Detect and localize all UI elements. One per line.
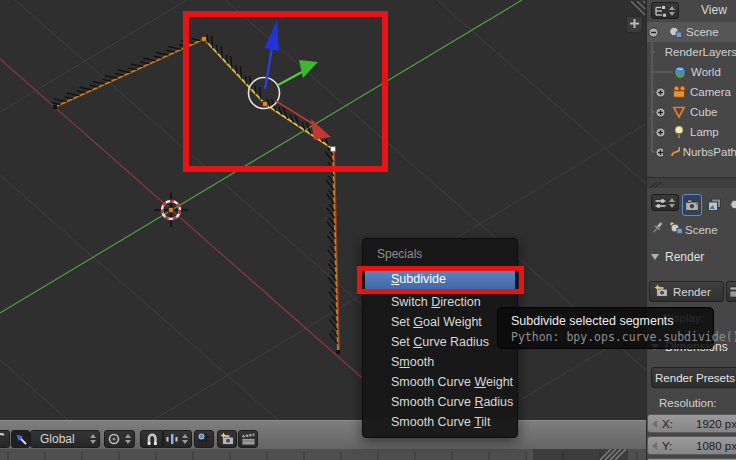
clapperboard-icon [729,285,736,299]
snap-toggle-button[interactable] [140,430,163,448]
corner-resize-grip[interactable] [631,1,645,15]
translate-manipulator-button[interactable] [11,430,30,448]
label-accel: G [413,315,423,329]
expand-icon [655,127,666,138]
rotate-manipulator-icon [0,432,6,446]
outliner-item-renderlayers[interactable]: RenderLayers [647,42,736,62]
scene-icon [668,25,683,39]
menu-item-switch-direction[interactable]: Switch Direction [363,292,517,312]
pin-icon[interactable] [651,221,664,234]
label-pre: Set [391,335,413,349]
annotation-rect-viewport [183,11,388,172]
outliner-item-scene[interactable]: Scene [647,22,736,42]
corner-resize-grip[interactable] [598,449,628,460]
outliner-item-camera[interactable]: Camera [647,82,736,102]
snap-target-button[interactable] [194,430,214,448]
label-accel: C [413,335,422,349]
field-value: 1080 px [696,440,736,452]
render-camera-icon [654,284,669,299]
menu-item-smooth[interactable]: Smooth [363,352,517,372]
field-value: 1920 px [696,418,736,430]
scene-tab-icon [729,198,736,212]
tab-scene[interactable] [726,194,736,216]
label-accel: D [431,295,440,309]
world-icon [673,65,688,79]
outliner-item-nurbspath[interactable]: NurbsPath [647,142,736,162]
render-animation-button[interactable] [726,281,736,302]
pivot-center-icon [107,432,121,446]
resolution-x-field[interactable]: X: 1920 px [647,414,736,433]
tooltip-python: Python: bpy.ops.curve.subdivide() [498,330,713,344]
render-tab-camera-icon [684,198,700,212]
tab-render[interactable] [682,194,702,216]
collapse-icon [648,27,659,38]
label-accel: W [474,375,486,389]
label-accel: m [399,355,409,369]
outliner-item-world[interactable]: World [647,62,736,82]
magnet-icon [145,432,159,446]
scene-breadcrumb-icon [668,220,684,235]
blender-window: Global [0,0,736,460]
outliner-item-lamp[interactable]: Lamp [647,122,736,142]
viewport-header: Global [0,420,646,450]
outliner-item-label: NurbsPath [683,146,736,158]
label-pre: Smooth Curve [391,375,474,389]
panel-collapse-triangle-icon [651,254,659,260]
resolution-y-field[interactable]: Y: 1080 px [647,436,736,455]
expand-icon [655,107,666,118]
plus-icon [630,19,639,28]
render-presets-dropdown[interactable]: Render Presets [651,367,736,388]
outliner-item-label: RenderLayers [665,46,736,58]
label-post: oal Weight [423,315,482,329]
decrement-arrow-icon[interactable] [652,420,657,428]
snap-increment-icon [165,432,179,446]
orientation-value: Global [40,432,75,446]
render-button[interactable]: Render [649,281,724,302]
resolution-label: Resolution: [659,397,717,409]
label-post: urve Radius [422,335,489,349]
outliner-editor: View Scene [647,0,736,177]
render-panel-header[interactable]: Render [651,250,704,264]
transform-orientation-dropdown[interactable]: Global [30,430,100,448]
label-post: adius [483,395,513,409]
breadcrumb[interactable]: Scene [685,224,718,236]
outliner-item-label: Lamp [690,126,719,138]
panel-title: Render [665,250,704,264]
annotation-rect-subdivide [357,266,524,294]
label-post: ooth [410,355,434,369]
camera-object-icon [672,85,687,99]
menu-title: Specials [363,239,517,267]
dropdown-arrows-icon [182,434,188,444]
tooltip-title: Subdivide selected segments [498,308,713,330]
3d-cursor [154,193,188,227]
sidebar: View Scene [646,0,736,460]
menu-item-smooth-curve-radius[interactable]: Smooth Curve Radius [363,392,517,412]
label-post: ilt [481,415,490,429]
snap-element-dropdown[interactable] [163,430,192,448]
expand-panel-plus-button[interactable] [626,16,643,33]
camera-star-icon [220,432,235,447]
menu-item-smooth-curve-weight[interactable]: Smooth Curve Weight [363,372,517,392]
menu-item-smooth-curve-tilt[interactable]: Smooth Curve Tilt [363,412,517,432]
tab-render-layers[interactable] [704,194,724,216]
render-layers-tab-icon [707,198,722,212]
outliner-item-cube[interactable]: Cube [647,102,736,122]
menu-item-set-goal-weight[interactable]: Set Goal Weight [363,312,517,332]
label-post: irection [440,295,480,309]
opengl-render-button[interactable] [217,430,237,448]
outliner-item-label: World [691,66,721,78]
opengl-render-anim-button[interactable] [238,430,258,448]
render-button-label: Render [673,286,711,298]
editor-type-selector[interactable] [651,194,679,211]
outliner-item-label: Camera [690,86,731,98]
pivot-point-dropdown[interactable] [104,430,135,448]
timeline-strip[interactable] [0,449,646,460]
expand-icon [655,147,663,158]
decrement-arrow-icon[interactable] [652,442,657,450]
mesh-data-icon [672,105,687,119]
label-pre: Switch [391,295,431,309]
rotate-manipulator-button[interactable] [0,430,10,448]
presets-label: Render Presets [655,372,735,384]
menu-item-set-curve-radius[interactable]: Set Curve Radius [363,332,517,352]
expand-icon [655,87,666,98]
